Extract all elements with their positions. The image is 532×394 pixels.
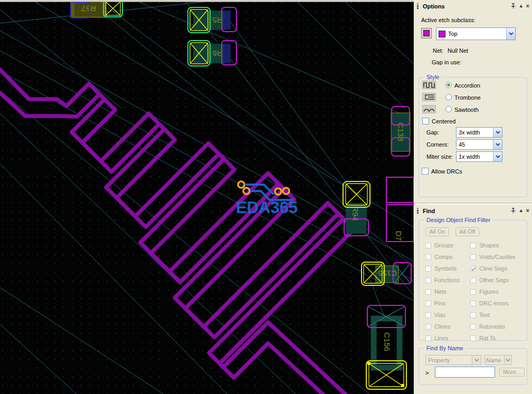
corners-combobox[interactable]: 45 xyxy=(456,139,502,150)
checkbox[interactable] xyxy=(470,289,476,295)
radio-trombone[interactable] xyxy=(445,94,452,100)
filter-row-nets: Nets xyxy=(425,286,460,297)
corners-value: 45 xyxy=(459,141,465,148)
checkbox-label: Ratsnests xyxy=(479,323,505,330)
pin-icon[interactable] xyxy=(510,3,516,9)
checkbox-label: Functions xyxy=(434,277,460,283)
pin-icon[interactable] xyxy=(510,208,516,214)
expand-arrow[interactable]: > xyxy=(425,370,429,376)
radio-accordion[interactable] xyxy=(445,82,452,88)
trombone-icon xyxy=(422,93,436,101)
collapse-icon[interactable]: ▲ xyxy=(519,4,524,8)
checkbox[interactable] xyxy=(425,301,431,306)
filter-column-right: ShapesVoids/CavitiesCline SegsOther Segs… xyxy=(470,239,516,344)
filter-row-functions: Functions xyxy=(425,274,460,286)
layer-value: Top xyxy=(448,31,458,37)
net-value: Null Net xyxy=(448,47,468,54)
checkbox-label: Rat Ts xyxy=(479,335,496,341)
filter-row-clines: Clines xyxy=(425,321,460,332)
checkbox[interactable] xyxy=(425,254,431,260)
gap-label: Gap: xyxy=(426,129,439,136)
radio-sawtooth[interactable] xyxy=(445,106,452,112)
layer-color-swatch xyxy=(439,31,445,37)
style-group: Style Accordion Trombone Sawtooth Center… xyxy=(419,77,527,197)
property-combobox[interactable]: Property xyxy=(425,355,481,365)
miter-size-combobox[interactable]: 1x width xyxy=(456,151,502,162)
allow-drcs-checkbox[interactable] xyxy=(422,168,429,175)
filter-row-vias: Vias xyxy=(425,309,460,321)
miter-size-label: Miter size: xyxy=(426,153,453,160)
checkbox[interactable] xyxy=(470,301,476,306)
checkbox[interactable] xyxy=(425,243,431,248)
accordion-icon xyxy=(422,81,436,89)
checkbox[interactable] xyxy=(425,312,431,318)
component-C138[interactable]: C138 xyxy=(391,107,410,156)
refdes-R5: R5 xyxy=(212,16,222,25)
filter-row-comps: Comps xyxy=(425,251,460,263)
grip-icon xyxy=(417,208,420,214)
component-R5[interactable]: R5 xyxy=(188,7,236,33)
checkbox[interactable] xyxy=(425,277,431,283)
radio-sawtooth-label: Sawtooth xyxy=(454,107,479,113)
filter-row-symbols: Symbols xyxy=(425,263,460,274)
refdes-R6: R6 xyxy=(212,49,222,58)
checkbox[interactable] xyxy=(425,266,431,272)
checkbox-label: DRC errors xyxy=(479,300,509,306)
checkbox[interactable] xyxy=(425,289,431,295)
checkbox[interactable] xyxy=(470,277,476,283)
checkbox[interactable] xyxy=(425,335,431,341)
all-off-button[interactable]: All Off xyxy=(455,227,479,236)
centered-checkbox[interactable] xyxy=(422,118,429,124)
active-layer-swatch[interactable] xyxy=(421,28,432,39)
checkbox[interactable] xyxy=(470,324,476,330)
corners-label: Corners: xyxy=(426,141,449,148)
dropdown-arrow[interactable] xyxy=(493,152,502,161)
dropdown-arrow xyxy=(504,355,511,364)
filter-row-lines: Lines xyxy=(425,332,460,344)
gap-combobox[interactable]: 3x width xyxy=(456,127,502,138)
checkbox-label: Comps xyxy=(434,254,453,260)
checkbox[interactable] xyxy=(470,266,476,272)
checkbox-label: Figures xyxy=(479,289,499,295)
sawtooth-icon xyxy=(422,105,436,113)
checkbox-label: Pins xyxy=(434,300,445,306)
filter-row-ratsnests: Ratsnests xyxy=(470,321,516,332)
dropdown-arrow[interactable] xyxy=(493,128,502,137)
find-filter-group: Design Object Find Filter All On All Off… xyxy=(419,220,527,341)
options-panel-header[interactable]: Options ▲ × xyxy=(414,0,532,11)
close-icon[interactable]: × xyxy=(526,4,529,8)
checkbox[interactable] xyxy=(470,254,476,260)
collapse-icon[interactable]: ▲ xyxy=(519,208,524,213)
dropdown-arrow[interactable] xyxy=(506,28,515,40)
dropdown-arrow[interactable] xyxy=(493,140,502,149)
find-filter-group-title: Design Object Find Filter xyxy=(424,217,492,223)
filter-row-cline-segs: Cline Segs xyxy=(470,263,516,274)
filter-row-figures: Figures xyxy=(470,286,516,297)
name-combobox[interactable]: Name xyxy=(484,355,512,365)
checkbox[interactable] xyxy=(425,324,431,330)
centered-label: Centered xyxy=(432,118,455,124)
all-on-button[interactable]: All On xyxy=(425,227,449,236)
checkbox-label: Groups xyxy=(434,242,453,248)
checkbox-label: Symbols xyxy=(434,265,457,272)
filter-row-groups: Groups xyxy=(425,239,460,251)
find-name-input[interactable] xyxy=(435,367,495,378)
checkbox-label: Text xyxy=(479,312,490,318)
find-panel-header[interactable]: Find ▲ × xyxy=(414,205,532,215)
checkbox[interactable] xyxy=(470,243,476,248)
canvas-top-edge xyxy=(0,0,414,2)
checkbox[interactable] xyxy=(470,335,476,341)
checkbox[interactable] xyxy=(470,312,476,318)
pcb-canvas[interactable]: R57 R5 R6 C138 xyxy=(0,0,414,394)
allow-drcs-label: Allow DRCs xyxy=(431,168,462,175)
refdes-R57: R57 xyxy=(81,4,96,13)
more-button[interactable]: More... xyxy=(499,368,525,377)
find-by-name-group: Find By Name Property Name > More... xyxy=(419,348,527,385)
component-R6[interactable]: R6 xyxy=(188,41,236,66)
find-by-name-title: Find By Name xyxy=(424,345,466,351)
checkbox-label: Cline Segs xyxy=(479,265,507,272)
checkbox-label: Voids/Cavities xyxy=(479,254,516,260)
close-icon[interactable]: × xyxy=(526,208,529,213)
refdes-C155: C155 xyxy=(378,269,397,278)
layer-combobox[interactable]: Top xyxy=(436,27,516,40)
